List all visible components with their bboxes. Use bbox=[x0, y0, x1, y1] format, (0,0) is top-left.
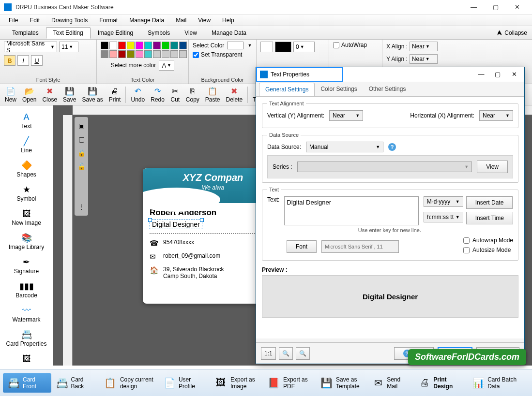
dialog-minimize-button[interactable]: — bbox=[473, 68, 489, 80]
delete-button[interactable]: ✖Delete bbox=[223, 86, 246, 104]
export-pdf-button[interactable]: 📕Export as PDF bbox=[262, 373, 315, 393]
tab-view[interactable]: View bbox=[177, 27, 204, 39]
dialog-maximize-button[interactable]: ▢ bbox=[489, 68, 506, 80]
open-button[interactable]: 📂Open bbox=[19, 86, 39, 104]
minimize-button[interactable]: — bbox=[463, 0, 485, 15]
font-button[interactable]: Font bbox=[287, 240, 317, 253]
date-format-select[interactable]: M-d-yyyy▼ bbox=[424, 196, 463, 207]
menu-help[interactable]: Help bbox=[216, 15, 240, 25]
menu-mail[interactable]: Mail bbox=[170, 15, 192, 25]
cut-button[interactable]: ✂Cut bbox=[167, 86, 183, 104]
dialog-close-button[interactable]: ✕ bbox=[506, 68, 522, 80]
layer-lock-icon[interactable]: 🔒 bbox=[75, 146, 88, 160]
data-source-select[interactable]: Manual▼ bbox=[306, 142, 383, 152]
undo-button[interactable]: ↶Undo bbox=[128, 86, 148, 104]
maximize-button[interactable]: ▢ bbox=[485, 0, 506, 15]
font-family-select[interactable]: Microsoft Sans S▼ bbox=[4, 42, 57, 52]
paste-button[interactable]: 📋Paste bbox=[202, 86, 223, 104]
layer-up-icon[interactable] bbox=[75, 173, 88, 187]
autowrap-mode-checkbox[interactable] bbox=[463, 237, 470, 244]
card-front-button[interactable]: 📇Card Front bbox=[3, 373, 51, 393]
tool-barcode[interactable]: ▮▮▮Barcode bbox=[0, 278, 53, 302]
user-profile-button[interactable]: 📄User Profile bbox=[159, 373, 209, 393]
autosize-mode-checkbox[interactable] bbox=[463, 247, 470, 253]
card-back-button[interactable]: 📇Card Back bbox=[51, 373, 99, 393]
bold-button[interactable]: B bbox=[4, 55, 15, 66]
autowrap-checkbox[interactable] bbox=[333, 42, 339, 48]
menu-edit[interactable]: Edit bbox=[24, 15, 46, 25]
close-button[interactable]: ✕ bbox=[506, 0, 528, 15]
dialog-tab-general[interactable]: General Settings bbox=[259, 83, 315, 96]
tab-templates[interactable]: Templates bbox=[5, 27, 46, 39]
color-palette[interactable] bbox=[101, 42, 184, 58]
redo-button[interactable]: ↷Redo bbox=[148, 86, 167, 104]
zoom-in-button[interactable]: 🔍 bbox=[296, 347, 310, 360]
app-title: DRPU Business Card Maker Software bbox=[15, 4, 114, 11]
dialog-tab-other[interactable]: Other Settings bbox=[363, 83, 412, 96]
dialog-titlebar[interactable]: Text Properties bbox=[256, 67, 343, 82]
zoom-fit-button[interactable]: 1:1 bbox=[261, 347, 276, 360]
copy-design-button[interactable]: 📋Copy current design bbox=[99, 373, 159, 393]
layer-send-back-icon[interactable]: ▢ bbox=[75, 132, 88, 146]
text-input[interactable] bbox=[284, 196, 418, 225]
layer-unlock-icon[interactable]: 🔓 bbox=[75, 160, 88, 173]
border-width-select[interactable]: 0▼ bbox=[293, 42, 315, 52]
font-color-button[interactable]: A▼ bbox=[159, 60, 174, 71]
tab-text-editing[interactable]: Text Editing bbox=[46, 27, 91, 39]
tool-card-properties[interactable]: 📇Card Properties bbox=[0, 326, 53, 350]
border-color-select[interactable] bbox=[275, 42, 291, 52]
tool-watermark[interactable]: 〰Watermark bbox=[0, 302, 53, 326]
text-properties-dialog: Text Properties — ▢ ✕ General Settings C… bbox=[256, 67, 525, 364]
tool-text[interactable]: AText bbox=[0, 108, 53, 132]
tool-image-library[interactable]: 📚Image Library bbox=[0, 229, 53, 253]
tab-manage-data[interactable]: Manage Data bbox=[204, 27, 254, 39]
time-format-select[interactable]: h:mm:ss tt▼ bbox=[424, 212, 463, 222]
save-button[interactable]: 💾Save bbox=[60, 86, 79, 104]
print-button[interactable]: 🖨Print bbox=[106, 86, 124, 104]
close-file-button[interactable]: ✖Close bbox=[39, 86, 60, 104]
font-size-select[interactable]: 11▼ bbox=[59, 42, 78, 52]
menu-manage-data[interactable]: Manage Data bbox=[123, 15, 170, 25]
collapse-button[interactable]: ⮝Collapse bbox=[497, 29, 527, 36]
dialog-tab-color[interactable]: Color Settings bbox=[315, 83, 363, 96]
x-align-select[interactable]: Near▼ bbox=[410, 42, 438, 51]
print-design-button[interactable]: 🖨Print Design bbox=[414, 373, 468, 393]
view-button[interactable]: View bbox=[477, 161, 508, 173]
layer-more-icon[interactable]: ⋮ bbox=[75, 200, 88, 214]
layer-down-icon[interactable] bbox=[75, 187, 88, 200]
font-display: Microsoft Sans Serif , 11 bbox=[321, 240, 399, 253]
tool-card-background[interactable]: 🖼Card Background bbox=[0, 350, 53, 366]
v-align-select[interactable]: Near▼ bbox=[329, 110, 363, 121]
tool-signature[interactable]: ✒Signature bbox=[0, 253, 53, 278]
tab-image-editing[interactable]: Image Editing bbox=[91, 27, 140, 39]
menu-view[interactable]: View bbox=[192, 15, 216, 25]
menu-file[interactable]: File bbox=[3, 15, 24, 25]
tool-symbol[interactable]: ★Symbol bbox=[0, 181, 53, 205]
tool-new-image[interactable]: 🖼New Image bbox=[0, 205, 53, 229]
layer-bring-front-icon[interactable]: ▣ bbox=[75, 119, 88, 132]
set-transparent-checkbox[interactable] bbox=[193, 52, 199, 58]
italic-button[interactable]: I bbox=[17, 55, 29, 66]
copy-button[interactable]: ⎘Copy bbox=[183, 86, 202, 104]
help-icon[interactable]: ? bbox=[388, 143, 396, 151]
send-mail-button[interactable]: ✉Send Mail bbox=[367, 373, 414, 393]
insert-time-button[interactable]: Insert Time bbox=[466, 212, 513, 224]
border-style-select[interactable] bbox=[260, 42, 273, 52]
tab-symbols[interactable]: Symbols bbox=[140, 27, 177, 39]
insert-date-button[interactable]: Insert Date bbox=[466, 196, 513, 209]
card-role-selected[interactable]: Digital Designer bbox=[150, 220, 202, 229]
new-button[interactable]: 📄New bbox=[2, 86, 19, 104]
zoom-out-button[interactable]: 🔍 bbox=[279, 347, 293, 360]
underline-button[interactable]: U bbox=[31, 55, 43, 66]
bg-color-swatch[interactable] bbox=[227, 42, 243, 49]
save-template-button[interactable]: 💾Save as Template bbox=[315, 373, 367, 393]
y-align-select[interactable]: Near▼ bbox=[410, 54, 438, 64]
export-image-button[interactable]: 🖼Export as Image bbox=[209, 373, 262, 393]
h-align-select[interactable]: Near▼ bbox=[479, 110, 513, 121]
saveas-button[interactable]: 💾Save as bbox=[79, 86, 106, 104]
tool-shapes[interactable]: 🔶Shapes bbox=[0, 157, 53, 181]
menu-format[interactable]: Format bbox=[93, 15, 123, 25]
tool-line[interactable]: ╱Line bbox=[0, 132, 53, 157]
card-batch-button[interactable]: 📊Card Batch Data bbox=[468, 373, 529, 393]
menu-drawing-tools[interactable]: Drawing Tools bbox=[46, 15, 93, 25]
